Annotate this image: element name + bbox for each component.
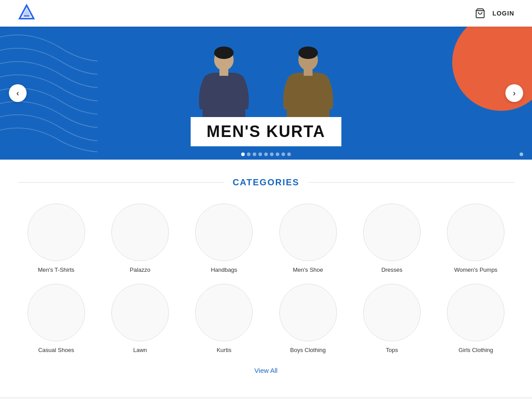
category-circle-palazzo — [111, 203, 169, 261]
hero-title: MEN'S KURTA — [207, 122, 325, 141]
carousel-dot-3[interactable] — [253, 153, 256, 156]
category-circle-lawn — [111, 284, 169, 341]
carousel-dot-8[interactable] — [282, 153, 285, 156]
category-label-lawn: Lawn — [133, 347, 147, 353]
category-tops[interactable]: Tops — [353, 284, 430, 353]
category-label-handbags: Handbags — [211, 266, 237, 273]
categories-section: CATEGORIES Men's T-Shirts Palazzo Handba… — [0, 160, 532, 397]
category-circle-tops — [363, 284, 421, 341]
category-label-dresses: Dresses — [381, 266, 403, 273]
category-lawn[interactable]: Lawn — [102, 284, 178, 353]
hero-banner: MEN'S KURTA ‹ › — [0, 27, 532, 160]
view-all-button[interactable]: View All — [254, 367, 278, 374]
category-circle-kurtis — [195, 284, 253, 341]
categories-grid: Men's T-Shirts Palazzo Handbags Men's Sh… — [18, 203, 514, 353]
category-label-palazzo: Palazzo — [130, 266, 150, 273]
category-kurtis[interactable]: Kurtis — [186, 284, 262, 353]
category-label-kurtis: Kurtis — [217, 347, 231, 353]
category-label-casual-shoes: Casual Shoes — [38, 347, 74, 353]
category-label-girls-clothing: Girls Clothing — [458, 347, 493, 353]
section-title-wrap: CATEGORIES — [18, 177, 514, 188]
category-circle-dresses — [363, 203, 421, 261]
category-palazzo[interactable]: Palazzo — [102, 203, 178, 273]
header-right: LOGIN — [475, 8, 514, 19]
category-circle-mens-shoe — [279, 203, 337, 261]
svg-rect-6 — [219, 70, 228, 76]
carousel-dot-5[interactable] — [264, 153, 268, 156]
category-label-mens-tshirts: Men's T-Shirts — [38, 266, 74, 273]
carousel-dot-7[interactable] — [276, 153, 279, 156]
svg-rect-9 — [304, 70, 313, 76]
view-all-wrap: View All — [18, 367, 514, 375]
category-mens-tshirts[interactable]: Men's T-Shirts — [18, 203, 94, 273]
category-label-tops: Tops — [386, 347, 398, 353]
category-circle-casual-shoes — [27, 284, 85, 341]
category-handbags[interactable]: Handbags — [186, 203, 262, 273]
carousel-dot-6[interactable] — [270, 153, 274, 156]
category-boys-clothing[interactable]: Boys Clothing — [270, 284, 346, 353]
category-circle-boys-clothing — [279, 284, 337, 341]
category-circle-womens-pumps — [447, 203, 505, 261]
login-button[interactable]: LOGIN — [493, 10, 514, 17]
logo[interactable] — [18, 4, 35, 23]
svg-point-5 — [214, 47, 234, 59]
hero-next-button[interactable]: › — [505, 84, 523, 102]
category-label-boys-clothing: Boys Clothing — [290, 347, 326, 353]
section-divider-left — [18, 182, 224, 183]
svg-point-8 — [298, 47, 318, 59]
category-womens-pumps[interactable]: Women's Pumps — [438, 203, 514, 273]
carousel-dots — [241, 153, 291, 156]
carousel-dot-4[interactable] — [258, 153, 262, 156]
logo-icon — [18, 4, 35, 23]
hero-title-box: MEN'S KURTA — [191, 117, 341, 146]
category-label-mens-shoe: Men's Shoe — [293, 266, 323, 273]
category-mens-shoe[interactable]: Men's Shoe — [270, 203, 346, 273]
category-circle-mens-tshirts — [27, 203, 85, 261]
carousel-dot-9[interactable] — [287, 153, 291, 156]
category-girls-clothing[interactable]: Girls Clothing — [438, 284, 514, 353]
carousel-dot-1[interactable] — [241, 153, 245, 156]
category-dresses[interactable]: Dresses — [353, 203, 430, 273]
category-label-womens-pumps: Women's Pumps — [454, 266, 498, 273]
category-casual-shoes[interactable]: Casual Shoes — [18, 284, 94, 353]
section-title: CATEGORIES — [233, 177, 300, 188]
category-circle-handbags — [195, 203, 253, 261]
header: LOGIN — [0, 0, 532, 27]
carousel-dot-side[interactable] — [520, 153, 523, 156]
hero-prev-button[interactable]: ‹ — [9, 84, 27, 102]
carousel-dot-2[interactable] — [247, 153, 250, 156]
section-divider-right — [308, 182, 514, 183]
category-circle-girls-clothing — [447, 284, 505, 341]
cart-icon[interactable] — [475, 8, 485, 19]
